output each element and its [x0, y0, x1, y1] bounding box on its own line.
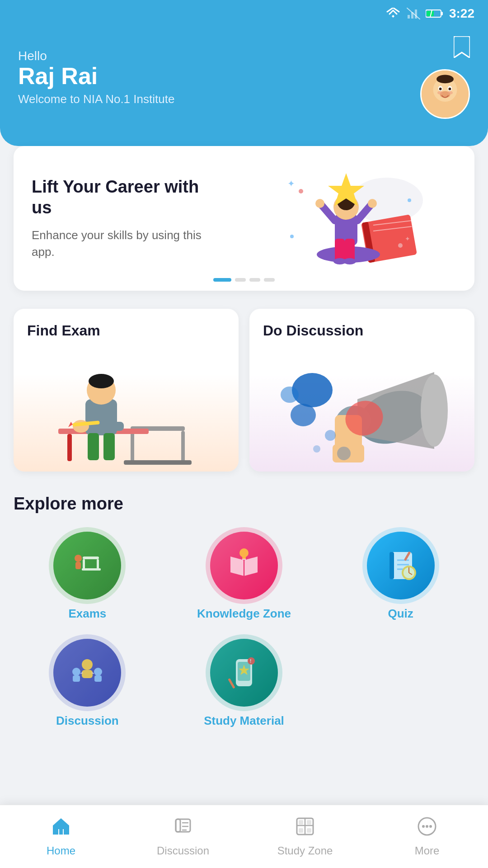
- svg-point-117: [422, 825, 425, 828]
- svg-line-96: [92, 673, 94, 674]
- svg-point-34: [368, 199, 377, 208]
- indicator-1: [213, 278, 231, 282]
- header-right: [420, 36, 470, 119]
- do-discussion-card[interactable]: Do Discussion: [249, 309, 474, 472]
- svg-rect-74: [75, 562, 81, 569]
- svg-rect-47: [67, 434, 72, 461]
- knowledge-icon: [226, 547, 262, 584]
- svg-point-38: [290, 235, 294, 238]
- nav-study-zone[interactable]: Study Zone: [244, 816, 366, 857]
- main-content: Lift Your Career with us Enhance your sk…: [0, 132, 488, 796]
- knowledge-label: Knowledge Zone: [197, 607, 291, 621]
- svg-line-87: [409, 573, 412, 575]
- svg-rect-92: [73, 675, 80, 682]
- status-bar: 3:22: [0, 0, 488, 27]
- explore-section: Explore more Exams: [14, 494, 474, 728]
- action-cards: Find Exam: [14, 309, 474, 472]
- explore-item-study[interactable]: ! Study Material: [170, 639, 318, 728]
- indicator-2: [235, 278, 246, 282]
- svg-marker-99: [239, 665, 249, 675]
- discussion-icon-circle: [53, 639, 121, 707]
- banner-text: Lift Your Career with us Enhance your sk…: [32, 177, 223, 260]
- banner-svg: ✦ ✦: [265, 164, 427, 273]
- svg-point-12: [439, 88, 442, 90]
- discussion-icon: [69, 655, 105, 691]
- study-icon-circle: !: [210, 639, 278, 707]
- svg-rect-70: [83, 559, 85, 569]
- nav-more[interactable]: More: [366, 816, 488, 857]
- svg-point-16: [448, 91, 453, 94]
- explore-title: Explore more: [14, 494, 474, 514]
- svg-point-63: [291, 404, 316, 426]
- explore-item-quiz[interactable]: Quiz: [327, 532, 474, 621]
- svg-rect-55: [88, 433, 99, 460]
- header-left: Hello Raj Rai Welcome to NIA No.1 Instit…: [18, 49, 174, 106]
- svg-text:!: !: [250, 659, 251, 664]
- svg-point-50: [89, 374, 114, 388]
- svg-point-93: [94, 668, 102, 676]
- svg-rect-97: [236, 659, 252, 686]
- svg-point-85: [404, 567, 414, 578]
- greeting-text: Hello: [18, 49, 174, 63]
- svg-point-28: [343, 258, 356, 264]
- study-icon: !: [226, 655, 262, 691]
- banner-title: Lift Your Career with us: [32, 177, 223, 218]
- svg-rect-79: [389, 552, 412, 579]
- svg-rect-0: [408, 15, 410, 19]
- home-label: Home: [47, 844, 75, 857]
- avatar[interactable]: [420, 69, 470, 119]
- banner-indicators: [213, 278, 275, 282]
- svg-rect-5: [441, 12, 443, 15]
- status-time: 3:22: [449, 6, 474, 21]
- svg-point-67: [337, 447, 351, 460]
- nav-home[interactable]: Home: [0, 816, 122, 857]
- quiz-label: Quiz: [388, 607, 413, 621]
- svg-rect-105: [176, 819, 180, 832]
- wifi-icon: [385, 8, 401, 19]
- nav-discussion[interactable]: Discussion: [122, 816, 244, 857]
- explore-item-exams[interactable]: Exams: [14, 532, 161, 621]
- more-label: More: [415, 844, 440, 857]
- exams-label: Exams: [68, 607, 106, 621]
- svg-rect-113: [307, 820, 311, 825]
- study-zone-icon: [295, 816, 315, 841]
- svg-rect-98: [238, 662, 250, 681]
- svg-rect-44: [181, 431, 185, 462]
- banner-card[interactable]: Lift Your Career with us Enhance your sk…: [14, 146, 474, 291]
- home-icon: [51, 816, 71, 841]
- exams-icon: [69, 547, 105, 584]
- svg-rect-2: [415, 9, 417, 19]
- welcome-text: Welcome to NIA No.1 Institute: [18, 92, 174, 106]
- svg-point-37: [398, 243, 403, 248]
- find-exam-title: Find Exam: [27, 322, 225, 339]
- header: Hello Raj Rai Welcome to NIA No.1 Instit…: [0, 27, 488, 146]
- bookmark-icon[interactable]: [454, 36, 470, 62]
- find-exam-card[interactable]: Find Exam: [14, 309, 239, 472]
- svg-rect-69: [83, 557, 99, 559]
- svg-point-73: [75, 555, 82, 562]
- banner-illustration: ✦ ✦: [235, 164, 456, 273]
- signal-icon: [407, 8, 420, 19]
- svg-rect-26: [345, 239, 355, 261]
- indicator-3: [249, 278, 260, 282]
- svg-point-39: [408, 198, 411, 202]
- do-discussion-title: Do Discussion: [263, 322, 461, 339]
- svg-point-17: [436, 75, 454, 83]
- svg-rect-43: [131, 431, 134, 462]
- svg-line-31: [321, 205, 335, 221]
- exams-icon-circle: [53, 532, 121, 599]
- explore-grid: Exams Knowledge Zone: [14, 532, 474, 728]
- discussion-label: Discussion: [56, 714, 119, 728]
- svg-point-65: [325, 430, 336, 441]
- svg-point-89: [82, 659, 93, 670]
- indicator-4: [264, 278, 275, 282]
- svg-point-101: [248, 657, 255, 665]
- status-icons: 3:22: [385, 6, 474, 21]
- svg-rect-103: [59, 829, 63, 835]
- svg-point-64: [281, 387, 299, 403]
- svg-rect-25: [335, 239, 345, 261]
- explore-item-knowledge[interactable]: Knowledge Zone: [170, 532, 318, 621]
- explore-item-discussion[interactable]: Discussion: [14, 639, 161, 728]
- svg-point-118: [426, 825, 428, 828]
- svg-rect-88: [404, 551, 410, 561]
